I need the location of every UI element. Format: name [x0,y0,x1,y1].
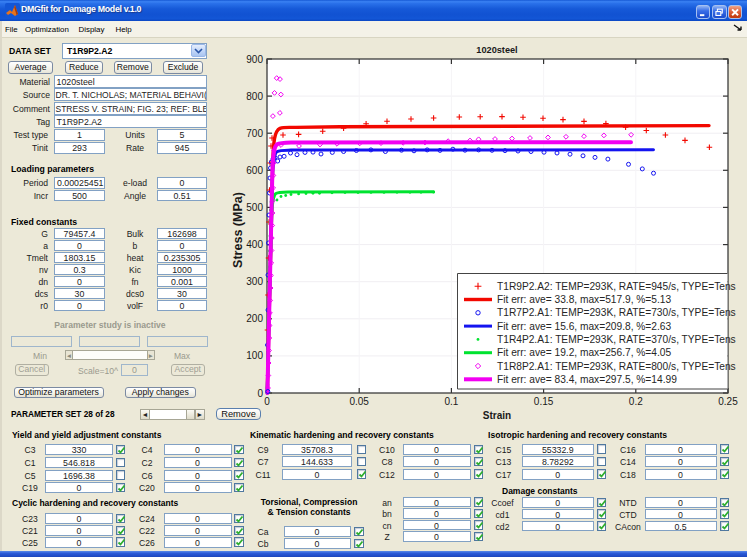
svg-text:200: 200 [246,313,263,324]
svg-text:0: 0 [264,396,270,407]
svg-text:0.05: 0.05 [349,396,369,407]
svg-text:900: 900 [246,54,263,65]
svg-text:400: 400 [246,239,263,250]
svg-text:500: 500 [246,202,263,213]
svg-text:Fit err: ave= 19.2, max=256.7,: Fit err: ave= 19.2, max=256.7, %=4.05 [497,347,671,358]
svg-text:Fit err: ave= 33.8, max=517.9,: Fit err: ave= 33.8, max=517.9, %=5.13 [497,294,671,305]
svg-text:600: 600 [246,165,263,176]
svg-text:T1R4P2.A1: TEMP=293K, RATE=370: T1R4P2.A1: TEMP=293K, RATE=370/s, TYPE=T… [497,334,736,345]
svg-text:1020steel: 1020steel [476,45,517,55]
svg-text:T1R8P2.A1: TEMP=293K, RATE=800: T1R8P2.A1: TEMP=293K, RATE=800/s, TYPE=T… [497,361,736,372]
svg-text:T1R9P2.A2: TEMP=293K, RATE=945: T1R9P2.A2: TEMP=293K, RATE=945/s, TYPE=T… [497,281,736,292]
svg-text:Fit err: ave= 83.4, max=297.5,: Fit err: ave= 83.4, max=297.5, %=14.99 [497,374,677,385]
svg-text:100: 100 [246,350,263,361]
svg-text:Fit err: ave= 15.6, max=209.8,: Fit err: ave= 15.6, max=209.8, %=2.63 [497,321,671,332]
svg-text:0.25: 0.25 [718,396,738,407]
svg-text:T1R7P2.A1: TEMP=293K, RATE=730: T1R7P2.A1: TEMP=293K, RATE=730/s, TYPE=T… [497,307,736,318]
svg-text:0.1: 0.1 [444,396,458,407]
svg-text:Strain: Strain [483,410,511,421]
svg-text:Stress (MPa): Stress (MPa) [231,192,245,268]
svg-text:0: 0 [257,388,263,399]
svg-text:300: 300 [246,276,263,287]
svg-text:0.15: 0.15 [534,396,554,407]
svg-text:0.2: 0.2 [629,396,643,407]
svg-text:700: 700 [246,128,263,139]
svg-text:800: 800 [246,91,263,102]
